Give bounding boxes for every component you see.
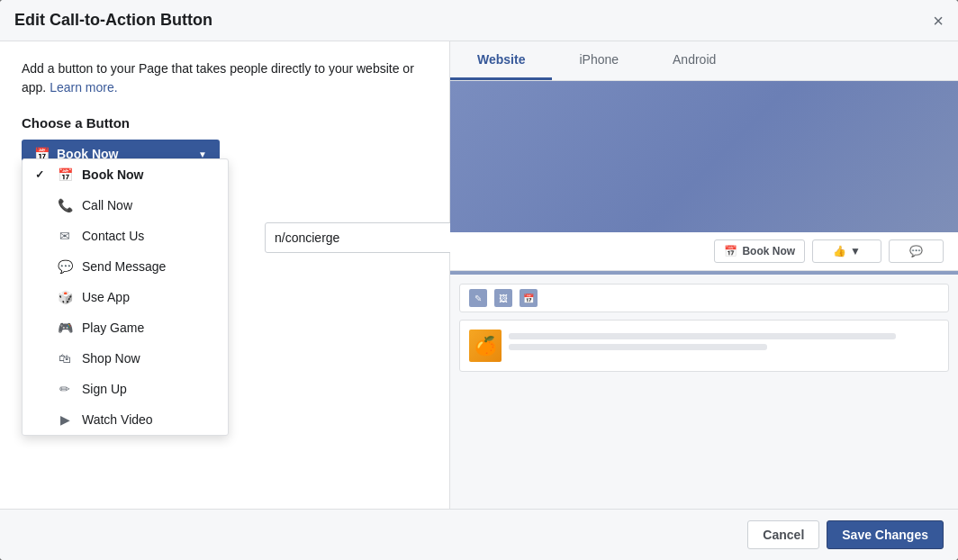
dropdown-label-shop-now: Shop Now: [82, 351, 140, 366]
facebook-preview: 📅 Book Now 👍 ▼ 💬: [450, 81, 958, 509]
dropdown-item-sign-up[interactable]: ✏ Sign Up: [23, 374, 228, 404]
email-icon: ✉: [57, 229, 73, 243]
cancel-button[interactable]: Cancel: [747, 520, 819, 549]
dropdown-item-book-now[interactable]: ✓ 📅 Book Now: [23, 159, 228, 190]
url-input[interactable]: [265, 222, 463, 253]
signup-icon: ✏: [57, 382, 73, 396]
app-icon: 🎲: [57, 290, 73, 304]
preview-tabs: Website iPhone Android: [450, 41, 958, 81]
post-item: 🍊: [459, 320, 949, 372]
edit-icon: ✎: [469, 289, 487, 307]
video-icon: ▶: [57, 412, 73, 427]
modal-body: Add a button to your Page that takes peo…: [0, 41, 958, 509]
post-line-2: [509, 344, 767, 350]
dropdown-item-play-game[interactable]: 🎮 Play Game: [23, 312, 228, 343]
post-line-1: [509, 333, 896, 339]
dropdown-menu: ✓ 📅 Book Now 📞 Call Now ✉ Contact Us: [22, 158, 229, 436]
tab-website[interactable]: Website: [450, 41, 552, 80]
dropdown-label-contact-us: Contact Us: [82, 229, 144, 243]
section-title: Choose a Button: [22, 115, 428, 131]
close-button[interactable]: ×: [933, 12, 944, 30]
preview-message-button: 💬: [889, 239, 944, 263]
modal-footer: Cancel Save Changes: [0, 509, 958, 560]
tab-android[interactable]: Android: [646, 41, 743, 80]
checkmark-icon: ✓: [35, 168, 48, 181]
chevron-down-icon: ▼: [198, 149, 207, 159]
calendar-icon: 📅: [520, 289, 538, 307]
preview-area: 📅 Book Now 👍 ▼ 💬: [450, 81, 958, 509]
dropdown-item-call-now[interactable]: 📞 Call Now: [23, 190, 228, 221]
shop-icon: 🛍: [57, 351, 73, 366]
fb-content-area: ✎ 🖼 📅 🍊: [450, 275, 958, 509]
dropdown-item-use-app[interactable]: 🎲 Use App: [23, 282, 228, 312]
action-bar: 📅 Book Now 👍 ▼ 💬: [450, 232, 958, 271]
orange-image: 🍊: [469, 330, 502, 362]
dropdown-label-watch-video: Watch Video: [82, 412, 153, 427]
dropdown-item-shop-now[interactable]: 🛍 Shop Now: [23, 343, 228, 374]
game-icon: 🎮: [57, 321, 73, 335]
modal-title: Edit Call-to-Action Button: [14, 11, 212, 30]
dropdown-label-send-message: Send Message: [82, 259, 166, 274]
dropdown-item-contact-us[interactable]: ✉ Contact Us: [23, 221, 228, 251]
left-panel: Add a button to your Page that takes peo…: [0, 41, 450, 509]
preview-book-now-button: 📅 Book Now: [714, 239, 805, 263]
tab-iphone[interactable]: iPhone: [552, 41, 646, 80]
dropdown-label-use-app: Use App: [82, 290, 130, 304]
dropdown-label-sign-up: Sign Up: [82, 382, 127, 396]
post-text-lines: [509, 330, 939, 350]
description-text: Add a button to your Page that takes peo…: [22, 59, 428, 97]
book-now-icon: 📅: [57, 167, 73, 182]
modal-header: Edit Call-to-Action Button ×: [0, 0, 958, 41]
dropdown-label-book-now: Book Now: [82, 167, 143, 182]
learn-more-link[interactable]: Learn more.: [50, 80, 117, 95]
modal-overlay: Edit Call-to-Action Button × Add a butto…: [0, 0, 958, 560]
preview-like-button: 👍 ▼: [812, 239, 881, 263]
thumb-up-icon: 👍: [833, 245, 846, 257]
preview-book-icon: 📅: [724, 245, 737, 257]
message-icon: 💬: [57, 259, 73, 274]
dropdown-item-watch-video[interactable]: ▶ Watch Video: [23, 404, 228, 435]
right-panel: Website iPhone Android: [450, 41, 958, 509]
save-changes-button[interactable]: Save Changes: [827, 520, 944, 549]
chat-icon: 💬: [909, 245, 923, 257]
phone-icon: 📞: [57, 198, 73, 212]
post-thumbnail: 🍊: [469, 330, 502, 362]
photo-icon: 🖼: [494, 289, 512, 307]
post-bar: ✎ 🖼 📅: [459, 284, 949, 312]
modal: Edit Call-to-Action Button × Add a butto…: [0, 0, 958, 560]
dropdown-item-send-message[interactable]: 💬 Send Message: [23, 251, 228, 282]
dropdown-label-play-game: Play Game: [82, 321, 144, 335]
dropdown-label-call-now: Call Now: [82, 198, 132, 212]
